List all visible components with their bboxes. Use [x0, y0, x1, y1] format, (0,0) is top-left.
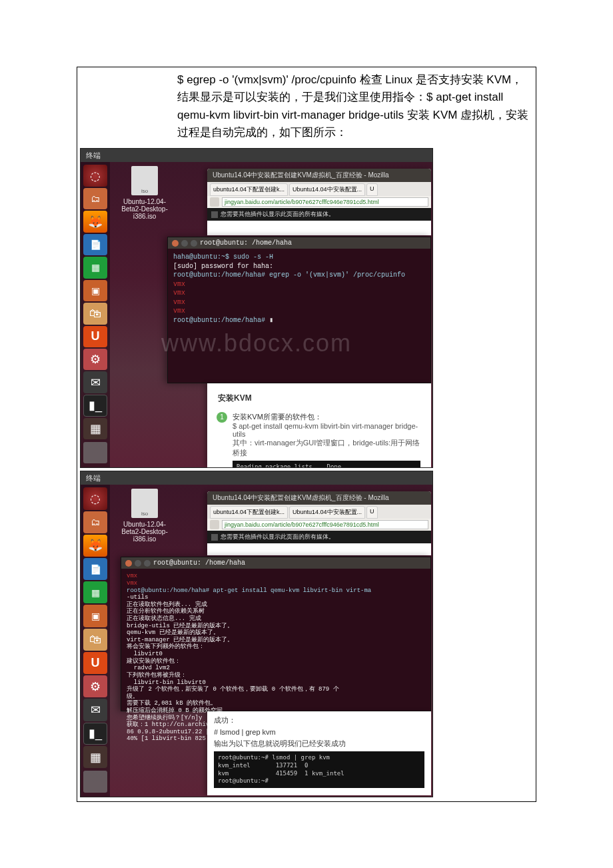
close-icon[interactable]: [125, 560, 132, 567]
browser-tab[interactable]: U: [366, 506, 378, 519]
iso-file-label: Ubuntu-12.04-Beta2-Desktop-i386.iso: [118, 198, 171, 220]
workspace-icon[interactable]: ▦: [83, 746, 107, 768]
software-center-icon[interactable]: 🛍: [83, 303, 107, 324]
step-badge: 1: [217, 412, 227, 423]
dash-icon[interactable]: ◌: [83, 487, 107, 509]
calc-icon[interactable]: ▦: [83, 257, 107, 278]
firefox-article-snippet: 安装KVM 1 安装KVM所需要的软件包： $ apt-get install …: [207, 383, 431, 467]
terminal-output[interactable]: haha@ubuntu:~$ sudo -s -H [sudo] passwor…: [168, 249, 430, 329]
screenshot-2: 终端 ◌ 🗂 🦊 📄 ▦ ▣ 🛍 U ⚙ ✉ ▮_ ▦: [80, 471, 433, 797]
firefox-content: [207, 221, 431, 234]
iso-file-label: Ubuntu-12.04-Beta2-Desktop-i386.iso: [118, 521, 171, 543]
iso-file-icon: [131, 166, 158, 195]
dash-icon[interactable]: ◌: [83, 165, 107, 186]
browser-tab[interactable]: Ubuntu14.04中安装配置...: [289, 506, 365, 519]
plugin-info-text: 您需要其他插件以显示此页面的所有媒体。: [221, 210, 334, 219]
ubuntu-one-icon[interactable]: U: [83, 326, 107, 347]
firefox-article-snippet: 成功： # lsmod | grep kvm 输出为以下信息就说明我们已经安装成…: [207, 711, 431, 795]
updates-icon[interactable]: ✉: [83, 371, 107, 393]
terminal-title-text: root@ubuntu: /home/haha: [153, 559, 245, 567]
firefox-tab-strip: ubuntu14.04下配置创建k... Ubuntu14.04中安装配置...…: [207, 505, 431, 519]
maximize-icon[interactable]: [191, 240, 197, 247]
firefox-window: Ubuntu14.04中安装配置创建KVM虚拟机_百度经验 - Mozilla …: [207, 169, 431, 235]
plugin-info-text: 您需要其他插件以显示此页面的所有媒体。: [221, 533, 334, 541]
impress-icon[interactable]: ▣: [83, 605, 107, 627]
plugin-info-bar: 您需要其他插件以显示此页面的所有媒体。: [207, 208, 431, 221]
workspace-icon[interactable]: ▦: [83, 418, 107, 439]
writer-icon[interactable]: 📄: [83, 234, 107, 255]
plugin-icon: [211, 534, 218, 541]
firefox-url-bar: jingyan.baidu.com/article/b907e627cfffc9…: [207, 519, 431, 531]
browser-tab[interactable]: ubuntu14.04下配置创建k...: [210, 506, 288, 519]
terminal-titlebar: root@ubuntu: /home/haha: [121, 557, 430, 569]
calc-icon[interactable]: ▦: [83, 581, 107, 603]
step-desc: 输出为以下信息就说明我们已经安装成功: [214, 739, 424, 749]
terminal-title-text: root@ubuntu: /home/haha: [200, 239, 292, 247]
firefox-icon[interactable]: 🦊: [83, 211, 107, 232]
browser-tab[interactable]: ubuntu14.04下配置创建k...: [210, 183, 288, 196]
trash-icon[interactable]: [83, 771, 107, 793]
url-field[interactable]: jingyan.baidu.com/article/b907e627cfffc9…: [222, 197, 428, 207]
firefox-window: Ubuntu14.04中安装配置创建KVM虚拟机_百度经验 - Mozilla …: [207, 491, 431, 555]
files-icon[interactable]: 🗂: [83, 188, 107, 209]
firefox-icon[interactable]: 🦊: [83, 535, 107, 557]
top-bar-app-title: 终端: [81, 471, 432, 485]
step-command: $ apt-get install qemu-kvm libvirt-bin v…: [233, 422, 420, 438]
step-desc: 其中：virt-manager为GUI管理窗口，bridge-utils:用于网…: [233, 438, 420, 458]
settings-icon[interactable]: ⚙: [83, 349, 107, 370]
close-icon[interactable]: [172, 240, 179, 247]
plugin-icon: [211, 211, 218, 218]
terminal-icon[interactable]: ▮_: [83, 395, 107, 417]
terminal-window: root@ubuntu: /home/haha haha@ubuntu:~$ s…: [167, 237, 431, 383]
desktop-iso-file[interactable]: Ubuntu-12.04-Beta2-Desktop-i386.iso: [118, 166, 171, 220]
software-center-icon[interactable]: 🛍: [83, 629, 107, 651]
minimize-icon[interactable]: [181, 240, 188, 247]
document-paragraph: $ egrep -o '(vmx|svm)' /proc/cpuinfo 检查 …: [77, 67, 536, 145]
writer-icon[interactable]: 📄: [83, 558, 107, 580]
screenshot-gallery: 终端 ◌ 🗂 🦊 📄 ▦ ▣ 🛍 U ⚙ ✉ ▮_ ▦: [77, 145, 536, 801]
browser-tab[interactable]: Ubuntu14.04中安装配置...: [289, 183, 365, 196]
firefox-tab-strip: ubuntu14.04下配置创建k... Ubuntu14.04中安装配置...…: [207, 182, 431, 196]
unity-launcher: ◌ 🗂 🦊 📄 ▦ ▣ 🛍 U ⚙ ✉ ▮_ ▦: [81, 485, 110, 797]
step-success-label: 成功：: [214, 715, 424, 725]
impress-icon[interactable]: ▣: [83, 280, 107, 301]
terminal-window: root@ubuntu: /home/haha vmx vmx root@ubu…: [121, 557, 431, 711]
maximize-icon[interactable]: [144, 560, 151, 567]
browser-tab[interactable]: U: [366, 183, 378, 196]
files-icon[interactable]: 🗂: [83, 511, 107, 533]
top-bar-app-title: 终端: [81, 149, 432, 162]
watermark: www.bdocx.com: [161, 329, 352, 357]
iso-file-icon: [131, 489, 158, 518]
updates-icon[interactable]: ✉: [83, 699, 107, 721]
desktop-iso-file[interactable]: Ubuntu-12.04-Beta2-Desktop-i386.iso: [118, 489, 171, 543]
settings-icon[interactable]: ⚙: [83, 675, 107, 697]
trash-icon[interactable]: [83, 442, 107, 463]
minimize-icon[interactable]: [135, 560, 141, 567]
firefox-titlebar: Ubuntu14.04中安装配置创建KVM虚拟机_百度经验 - Mozilla: [207, 491, 431, 505]
step-title: 安装KVM所需要的软件包：: [233, 412, 420, 422]
back-button[interactable]: [210, 197, 219, 207]
url-field[interactable]: jingyan.baidu.com/article/b907e627cfffc9…: [222, 520, 428, 529]
plugin-info-bar: 您需要其他插件以显示此页面的所有媒体。: [207, 531, 431, 543]
firefox-titlebar: Ubuntu14.04中安装配置创建KVM虚拟机_百度经验 - Mozilla: [207, 169, 431, 182]
terminal-icon[interactable]: ▮_: [83, 723, 107, 745]
step-mini-screenshot: Reading package lists... Done Building d…: [233, 461, 420, 468]
terminal-titlebar: root@ubuntu: /home/haha: [168, 237, 430, 249]
article-section-heading: 安装KVM: [218, 390, 420, 407]
step-command: # lsmod | grep kvm: [214, 725, 424, 739]
firefox-url-bar: jingyan.baidu.com/article/b907e627cfffc9…: [207, 196, 431, 208]
ubuntu-one-icon[interactable]: U: [83, 652, 107, 674]
screenshot-1: 终端 ◌ 🗂 🦊 📄 ▦ ▣ 🛍 U ⚙ ✉ ▮_ ▦: [80, 148, 433, 468]
step-mini-screenshot: root@ubuntu:~# lsmod | grep kvm kvm_inte…: [214, 751, 424, 788]
back-button[interactable]: [210, 520, 219, 529]
unity-launcher: ◌ 🗂 🦊 📄 ▦ ▣ 🛍 U ⚙ ✉ ▮_ ▦: [81, 162, 110, 467]
